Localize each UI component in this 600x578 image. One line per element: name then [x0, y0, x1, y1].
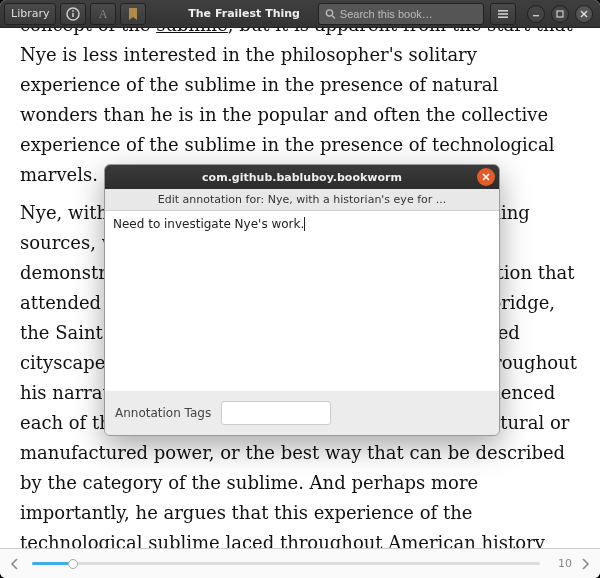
- svg-rect-10: [557, 11, 563, 17]
- svg-point-4: [326, 9, 332, 15]
- pager-bar: 10: [0, 548, 600, 578]
- svg-rect-7: [498, 13, 508, 15]
- app-window: Library A The Frailest Thing: [0, 0, 600, 578]
- annotation-text: Need to investigate Nye's work.: [113, 217, 305, 231]
- svg-rect-8: [498, 16, 508, 18]
- info-icon: [66, 7, 80, 21]
- tags-input[interactable]: [221, 401, 331, 425]
- close-icon: [481, 172, 491, 182]
- minimize-icon: [531, 9, 541, 19]
- next-page-button[interactable]: [576, 555, 594, 573]
- hamburger-icon: [496, 7, 510, 21]
- dialog-subtitle: Edit annotation for: Nye, with a histori…: [105, 189, 499, 211]
- window-minimize[interactable]: [527, 5, 545, 23]
- annotation-textarea[interactable]: Need to investigate Nye's work.: [105, 211, 499, 391]
- book-title: The Frailest Thing: [184, 7, 304, 20]
- progress-fill: [32, 562, 73, 565]
- header-bar: Library A The Frailest Thing: [0, 0, 600, 28]
- sublime-link[interactable]: sublime: [156, 28, 228, 35]
- svg-text:A: A: [99, 7, 108, 21]
- info-button[interactable]: [60, 3, 86, 25]
- dialog-close-button[interactable]: [477, 168, 495, 186]
- maximize-icon: [555, 9, 565, 19]
- library-label: Library: [11, 7, 49, 20]
- text-prefs-button[interactable]: A: [90, 3, 116, 25]
- para1-post: , but it is apparent from the start that…: [20, 28, 573, 185]
- svg-rect-2: [73, 10, 75, 12]
- dialog-titlebar: com.github.babluboy.bookworm: [105, 165, 499, 189]
- progress-thumb[interactable]: [68, 559, 78, 569]
- chevron-left-icon: [10, 558, 20, 570]
- menu-button[interactable]: [490, 3, 516, 25]
- dialog-tags-row: Annotation Tags: [105, 391, 499, 435]
- tags-label: Annotation Tags: [115, 406, 211, 420]
- prev-page-button[interactable]: [6, 555, 24, 573]
- para1-pre: concept of the: [20, 28, 156, 35]
- search-icon: [325, 8, 336, 20]
- bookmark-button[interactable]: [120, 3, 146, 25]
- library-button[interactable]: Library: [4, 3, 56, 25]
- window-close[interactable]: [575, 5, 593, 23]
- bookmark-icon: [127, 7, 139, 21]
- annotation-dialog: com.github.babluboy.bookworm Edit annota…: [104, 164, 500, 436]
- svg-rect-6: [498, 10, 508, 12]
- search-box[interactable]: [318, 3, 484, 25]
- page-number: 10: [548, 557, 572, 570]
- progress-slider[interactable]: [32, 562, 540, 565]
- close-icon: [579, 9, 589, 19]
- svg-rect-9: [533, 15, 539, 16]
- chevron-right-icon: [580, 558, 590, 570]
- window-maximize[interactable]: [551, 5, 569, 23]
- svg-rect-1: [73, 13, 75, 17]
- svg-line-5: [332, 15, 335, 18]
- dialog-title: com.github.babluboy.bookworm: [202, 171, 402, 184]
- progress-track: [32, 562, 540, 565]
- search-input[interactable]: [340, 8, 477, 20]
- font-icon: A: [96, 7, 110, 21]
